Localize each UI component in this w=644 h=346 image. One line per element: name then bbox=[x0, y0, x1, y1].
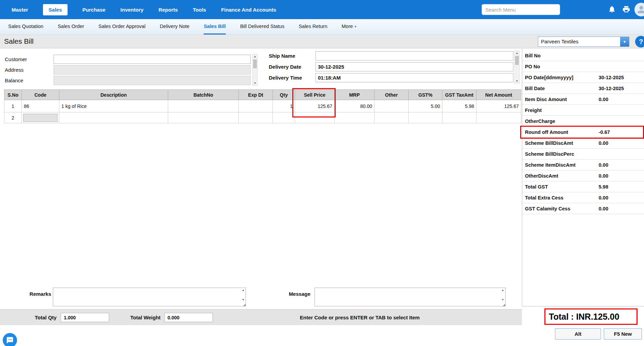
notification-bell-icon[interactable] bbox=[608, 5, 617, 14]
total-weight-input[interactable] bbox=[164, 313, 213, 322]
cell-gst-taxamt[interactable]: 5.98 bbox=[442, 100, 477, 112]
table-row[interactable]: 2 bbox=[4, 112, 521, 123]
cell-exp-dt[interactable] bbox=[239, 100, 273, 112]
summary-row-scheme-billdiscamt[interactable]: Scheme BillDiscAmt0.00 bbox=[522, 138, 644, 149]
tab-bill-delivered-status[interactable]: Bill Delivered Status bbox=[240, 19, 284, 34]
tab-sales-order-approval[interactable]: Sales Order Approval bbox=[99, 19, 146, 34]
cell-gst-pct[interactable] bbox=[409, 112, 442, 123]
summary-row-total-extra-cess[interactable]: Total Extra Cess0.00 bbox=[522, 192, 644, 203]
tab-more[interactable]: More ▾ bbox=[341, 19, 356, 34]
ship-scrollbar[interactable]: ▲ ▼ bbox=[514, 51, 519, 84]
scroll-up-icon[interactable]: ▲ bbox=[254, 54, 257, 59]
help-button[interactable]: ? bbox=[635, 36, 644, 47]
summary-row-round-off-amount[interactable]: Round off Amount-0.67 bbox=[522, 127, 644, 138]
cell-batchno[interactable] bbox=[168, 112, 239, 123]
nav-purchase[interactable]: Purchase bbox=[83, 7, 106, 13]
col-mrp: MRP bbox=[335, 90, 375, 100]
delivery-date-label: Delivery Date bbox=[269, 62, 301, 71]
summary-row-item-disc-amount[interactable]: Item Disc Amount0.00 bbox=[522, 94, 644, 105]
tab-sales-bill[interactable]: Sales Bill bbox=[204, 19, 225, 34]
cell-batchno[interactable] bbox=[168, 100, 239, 112]
cell-qty[interactable]: 1 bbox=[273, 100, 295, 112]
scroll-down-icon[interactable]: ▼ bbox=[242, 298, 245, 301]
print-icon[interactable] bbox=[622, 5, 631, 14]
delivery-date-input[interactable] bbox=[316, 62, 513, 71]
ship-name-input[interactable] bbox=[316, 51, 513, 60]
scroll-down-icon[interactable]: ▼ bbox=[254, 81, 257, 85]
search-input[interactable] bbox=[482, 4, 560, 15]
summary-row-bill-no[interactable]: Bill No bbox=[522, 50, 644, 61]
company-selector[interactable]: Parveen Textiles ▼ bbox=[538, 37, 629, 47]
cell-other[interactable] bbox=[375, 112, 409, 123]
chat-icon bbox=[6, 336, 14, 344]
summary-row-scheme-itemdiscamt[interactable]: Scheme ItemDiscAmt0.00 bbox=[522, 160, 644, 170]
scroll-up-icon[interactable]: ▲ bbox=[242, 289, 245, 292]
cell-mrp[interactable] bbox=[335, 112, 375, 123]
summary-row-po-date[interactable]: PO Date[ddmmyyyy]30-12-2025 bbox=[522, 72, 644, 83]
summary-row-other-charge[interactable]: OtherCharge bbox=[522, 116, 644, 127]
nav-master[interactable]: Master bbox=[12, 7, 28, 13]
chevron-down-icon: ▾ bbox=[355, 25, 356, 28]
tab-sales-quotation[interactable]: Sales Quotation bbox=[8, 19, 43, 34]
message-field: ▲ ▼ ◢ bbox=[314, 288, 506, 306]
alt-button[interactable]: Alt bbox=[555, 328, 601, 340]
cell-gst-taxamt[interactable] bbox=[442, 112, 477, 123]
table-row[interactable]: 1 86 1 kg of Rice 1 125.67 80.00 5.00 5.… bbox=[4, 100, 521, 112]
resize-handle-icon[interactable]: ◢ bbox=[503, 303, 505, 306]
summary-row-total-gst[interactable]: Total GST5.98 bbox=[522, 181, 644, 192]
customer-scrollbar[interactable]: ▲ ▼ bbox=[252, 54, 258, 86]
scroll-down-icon[interactable]: ▼ bbox=[501, 298, 504, 301]
sales-sub-navigation: Sales Quotation Sales Order Sales Order … bbox=[0, 19, 644, 35]
cell-mrp[interactable]: 80.00 bbox=[335, 100, 375, 112]
scroll-up-icon[interactable]: ▲ bbox=[501, 289, 504, 292]
nav-sales[interactable]: Sales bbox=[43, 4, 67, 15]
nav-tools[interactable]: Tools bbox=[193, 7, 206, 13]
summary-label: Scheme ItemDiscAmt bbox=[525, 162, 599, 168]
f5-new-button[interactable]: F5 New bbox=[604, 328, 642, 340]
summary-label: Bill No bbox=[525, 53, 599, 58]
cell-sell-price[interactable]: 125.67 bbox=[295, 100, 335, 112]
chat-launcher[interactable] bbox=[3, 333, 17, 346]
cell-sell-price[interactable] bbox=[295, 112, 335, 123]
cell-code[interactable]: 86 bbox=[22, 100, 59, 112]
scroll-thumb[interactable] bbox=[515, 56, 519, 65]
cell-qty[interactable] bbox=[273, 112, 295, 123]
summary-value: 0.00 bbox=[599, 162, 608, 168]
cell-description[interactable] bbox=[59, 112, 168, 123]
summary-row-scheme-billdiscperc[interactable]: Scheme BillDiscPerc bbox=[522, 149, 644, 160]
tab-delivery-note[interactable]: Delivery Note bbox=[160, 19, 189, 34]
customer-input[interactable] bbox=[54, 55, 251, 64]
delivery-time-input[interactable] bbox=[316, 73, 513, 82]
cell-other[interactable] bbox=[375, 100, 409, 112]
total-qty-input[interactable] bbox=[61, 313, 109, 322]
col-exp-dt: Exp Dt bbox=[239, 90, 273, 100]
cell-exp-dt[interactable] bbox=[239, 112, 273, 123]
remarks-input[interactable] bbox=[53, 288, 246, 306]
summary-row-gst-calamity-cess[interactable]: GST Calamity Cess0.00 bbox=[522, 203, 644, 214]
summary-row-po-no[interactable]: PO No bbox=[522, 61, 644, 72]
tab-sales-order[interactable]: Sales Order bbox=[58, 19, 84, 34]
chevron-down-icon[interactable]: ▼ bbox=[620, 37, 629, 46]
scroll-thumb[interactable] bbox=[253, 59, 257, 68]
message-input[interactable] bbox=[314, 288, 506, 306]
scroll-down-icon[interactable]: ▼ bbox=[516, 79, 518, 83]
tab-sales-return[interactable]: Sales Return bbox=[299, 19, 327, 34]
resize-handle-icon[interactable]: ◢ bbox=[243, 303, 246, 306]
cell-gst-pct[interactable]: 5.00 bbox=[409, 100, 442, 112]
summary-value: 30-12-2025 bbox=[599, 86, 624, 91]
summary-row-otherdiscamt[interactable]: OtherDiscAmt0.00 bbox=[522, 170, 644, 181]
col-net-amount: Net Amount bbox=[477, 90, 521, 100]
summary-row-bill-date[interactable]: Bill Date30-12-2025 bbox=[522, 83, 644, 94]
code-entry-box[interactable] bbox=[23, 114, 58, 122]
avatar[interactable] bbox=[634, 3, 644, 16]
cell-net-amount[interactable]: 125.67 bbox=[477, 100, 521, 112]
cell-net-amount[interactable] bbox=[477, 112, 521, 123]
cell-code[interactable] bbox=[22, 112, 59, 123]
nav-inventory[interactable]: Inventory bbox=[120, 7, 144, 13]
cell-description[interactable]: 1 kg of Rice bbox=[59, 100, 168, 112]
summary-label: PO Date[ddmmyyyy] bbox=[525, 75, 599, 80]
nav-reports[interactable]: Reports bbox=[159, 7, 178, 13]
summary-row-freight[interactable]: Freight bbox=[522, 105, 644, 116]
scroll-up-icon[interactable]: ▲ bbox=[516, 51, 518, 55]
nav-finance-and-accounts[interactable]: Finance And Accounts bbox=[221, 7, 276, 13]
